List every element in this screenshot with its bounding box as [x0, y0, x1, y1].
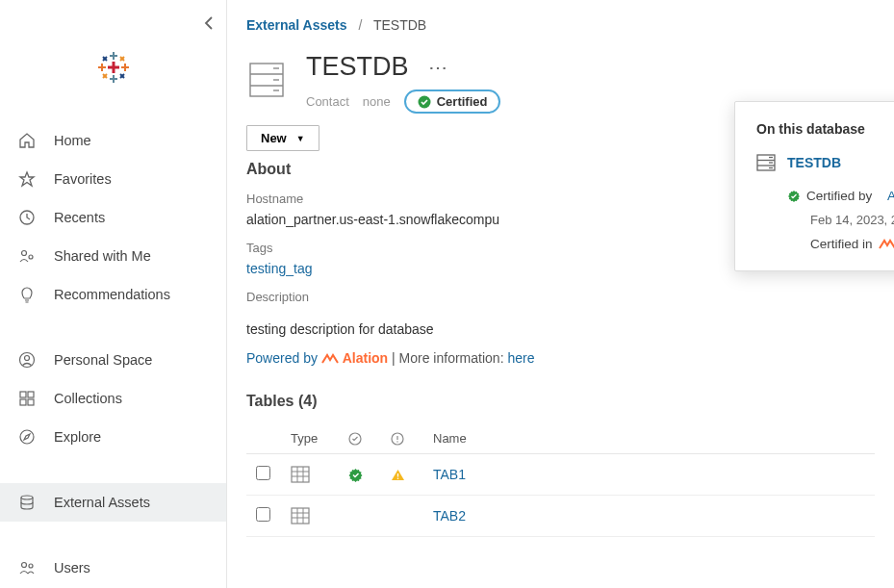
star-icon	[17, 169, 37, 189]
powered-by-row: Powered by Alation | More information: h…	[246, 350, 875, 366]
powered-by-link[interactable]: Powered by Alation	[246, 350, 388, 366]
svg-rect-23	[20, 392, 26, 397]
alation-logo-icon	[879, 238, 894, 251]
svg-rect-49	[292, 508, 309, 524]
sidebar: Home Favorites Recents Shared with Me Re…	[0, 0, 227, 588]
nav-label: Recents	[54, 210, 105, 225]
svg-point-30	[29, 564, 33, 568]
database-icon	[17, 493, 37, 512]
svg-point-48	[397, 477, 399, 479]
certified-in-label: Certified in	[810, 237, 873, 251]
table-type-icon	[281, 454, 339, 496]
svg-rect-42	[292, 467, 309, 482]
svg-point-27	[20, 430, 34, 444]
tag-link[interactable]: testing_tag	[246, 261, 313, 276]
nav-label: Collections	[54, 391, 122, 406]
nav-recommendations[interactable]: Recommendations	[0, 275, 226, 314]
nav-favorites[interactable]: Favorites	[0, 160, 226, 198]
home-icon	[17, 131, 37, 150]
description-value: testing description for database	[246, 321, 875, 337]
more-actions-button[interactable]: ⋯	[428, 56, 449, 79]
nav-recents[interactable]: Recents	[0, 198, 226, 237]
database-large-icon	[246, 60, 287, 100]
nav-home[interactable]: Home	[0, 121, 226, 160]
certification-date: Feb 14, 2023, 2:31 PM	[756, 213, 894, 227]
nav-label: Users	[54, 560, 90, 575]
tableau-logo	[0, 0, 226, 115]
certified-label: Certified	[437, 94, 488, 109]
svg-point-28	[21, 496, 33, 499]
page-title: TESTDB	[306, 52, 409, 82]
nav-label: Personal Space	[54, 352, 152, 368]
col-checkbox	[246, 423, 281, 454]
breadcrumb-current: TESTDB	[373, 17, 426, 33]
warning-icon	[381, 454, 423, 496]
col-name[interactable]: Name	[423, 423, 875, 454]
nav-label: Shared with Me	[54, 248, 151, 264]
certified-icon	[339, 454, 381, 496]
popover-title: On this database	[756, 121, 894, 137]
collapse-sidebar-button[interactable]	[203, 14, 215, 32]
description-label: Description	[246, 290, 875, 304]
nav-label: Favorites	[54, 171, 112, 187]
table-name-link[interactable]: TAB2	[433, 508, 466, 524]
clock-icon	[17, 208, 37, 227]
col-type[interactable]: Type	[281, 423, 339, 454]
popover-db-name[interactable]: TESTDB	[787, 155, 841, 170]
more-info-link[interactable]: here	[507, 350, 534, 366]
shared-icon	[17, 246, 37, 266]
certified-by-label: Certified by	[806, 189, 872, 203]
person-icon	[17, 350, 37, 370]
users-icon	[17, 558, 37, 577]
contact-label: Contact	[306, 94, 349, 109]
table-row: TAB2	[246, 496, 875, 537]
table-row: TAB1	[246, 454, 875, 496]
certification-popover: On this database TESTDB Certified by Adm…	[734, 101, 894, 271]
contact-value: none	[363, 94, 391, 109]
svg-rect-26	[28, 399, 34, 405]
certified-by-user[interactable]: Administrator	[887, 189, 894, 203]
svg-rect-25	[20, 399, 26, 405]
main-content: External Assets / TESTDB TESTDB ⋯ Contac…	[227, 0, 894, 588]
certified-check-icon	[418, 95, 431, 109]
svg-point-20	[29, 255, 33, 259]
nav-collections[interactable]: Collections	[0, 379, 226, 418]
new-button-label: New	[261, 131, 287, 145]
svg-point-41	[396, 441, 397, 442]
nav-external-assets[interactable]: External Assets	[0, 483, 226, 522]
breadcrumb-separator: /	[350, 17, 370, 33]
breadcrumb: External Assets / TESTDB	[227, 17, 894, 52]
nav-label: Home	[54, 133, 91, 148]
nav-label: Explore	[54, 429, 101, 445]
svg-point-29	[22, 563, 27, 568]
certified-badge[interactable]: Certified	[404, 89, 501, 114]
row-checkbox[interactable]	[256, 466, 270, 480]
nav-label: External Assets	[54, 495, 150, 510]
svg-point-22	[25, 356, 30, 361]
lightbulb-icon	[17, 285, 37, 304]
database-small-icon	[756, 154, 776, 171]
nav-personal-space[interactable]: Personal Space	[0, 341, 226, 379]
table-type-icon	[281, 496, 339, 537]
col-certified[interactable]	[339, 423, 381, 454]
table-name-link[interactable]: TAB1	[433, 467, 466, 482]
compass-icon	[17, 427, 37, 447]
collections-icon	[17, 389, 37, 408]
new-button[interactable]: New ▼	[246, 125, 319, 151]
svg-rect-24	[28, 392, 34, 397]
certified-check-icon	[787, 190, 801, 203]
tables-heading: Tables (4)	[246, 393, 875, 410]
nav-explore[interactable]: Explore	[0, 418, 226, 456]
nav-users[interactable]: Users	[0, 549, 226, 587]
nav-label: Recommendations	[54, 287, 170, 302]
breadcrumb-root[interactable]: External Assets	[246, 17, 347, 33]
svg-point-19	[22, 251, 27, 256]
caret-down-icon: ▼	[296, 134, 305, 143]
nav-shared[interactable]: Shared with Me	[0, 237, 226, 275]
tables-table: Type Name TAB1	[246, 423, 875, 537]
col-warning[interactable]	[381, 423, 423, 454]
row-checkbox[interactable]	[256, 507, 270, 522]
